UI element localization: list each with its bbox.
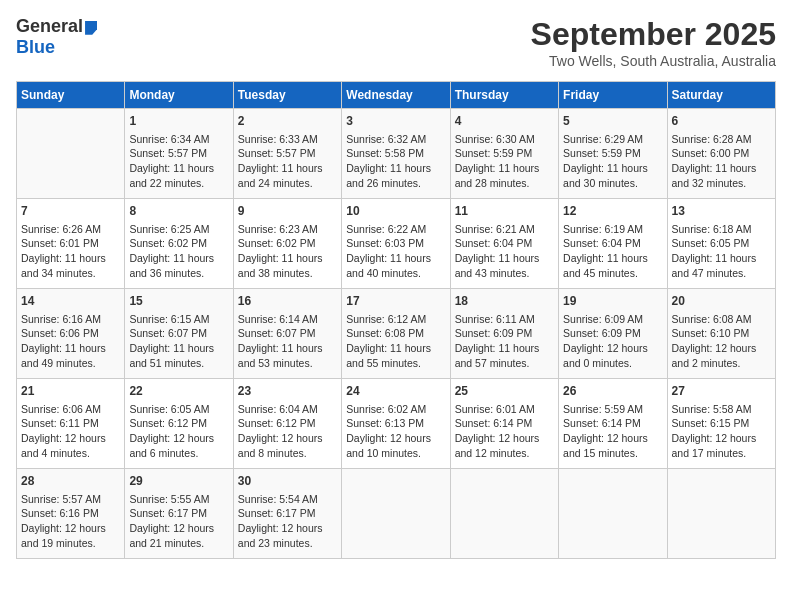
header-sunday: Sunday <box>17 82 125 109</box>
day-info: Sunrise: 6:14 AM Sunset: 6:07 PM Dayligh… <box>238 312 337 371</box>
page-header: General Blue September 2025 Two Wells, S… <box>16 16 776 69</box>
day-number: 16 <box>238 293 337 310</box>
calendar-cell <box>342 469 450 559</box>
calendar-cell: 9Sunrise: 6:23 AM Sunset: 6:02 PM Daylig… <box>233 199 341 289</box>
calendar-cell: 8Sunrise: 6:25 AM Sunset: 6:02 PM Daylig… <box>125 199 233 289</box>
day-info: Sunrise: 6:15 AM Sunset: 6:07 PM Dayligh… <box>129 312 228 371</box>
day-info: Sunrise: 6:05 AM Sunset: 6:12 PM Dayligh… <box>129 402 228 461</box>
calendar-header-row: SundayMondayTuesdayWednesdayThursdayFrid… <box>17 82 776 109</box>
day-number: 27 <box>672 383 771 400</box>
location-title: Two Wells, South Australia, Australia <box>531 53 776 69</box>
day-info: Sunrise: 6:25 AM Sunset: 6:02 PM Dayligh… <box>129 222 228 281</box>
day-info: Sunrise: 5:57 AM Sunset: 6:16 PM Dayligh… <box>21 492 120 551</box>
calendar-cell: 5Sunrise: 6:29 AM Sunset: 5:59 PM Daylig… <box>559 109 667 199</box>
calendar-cell <box>667 469 775 559</box>
day-number: 18 <box>455 293 554 310</box>
day-info: Sunrise: 5:58 AM Sunset: 6:15 PM Dayligh… <box>672 402 771 461</box>
day-number: 28 <box>21 473 120 490</box>
day-number: 14 <box>21 293 120 310</box>
header-friday: Friday <box>559 82 667 109</box>
day-info: Sunrise: 6:06 AM Sunset: 6:11 PM Dayligh… <box>21 402 120 461</box>
day-info: Sunrise: 6:08 AM Sunset: 6:10 PM Dayligh… <box>672 312 771 371</box>
day-info: Sunrise: 6:16 AM Sunset: 6:06 PM Dayligh… <box>21 312 120 371</box>
calendar-cell: 10Sunrise: 6:22 AM Sunset: 6:03 PM Dayli… <box>342 199 450 289</box>
day-number: 9 <box>238 203 337 220</box>
calendar-cell: 29Sunrise: 5:55 AM Sunset: 6:17 PM Dayli… <box>125 469 233 559</box>
day-info: Sunrise: 6:28 AM Sunset: 6:00 PM Dayligh… <box>672 132 771 191</box>
week-row-4: 21Sunrise: 6:06 AM Sunset: 6:11 PM Dayli… <box>17 379 776 469</box>
calendar-cell: 13Sunrise: 6:18 AM Sunset: 6:05 PM Dayli… <box>667 199 775 289</box>
header-tuesday: Tuesday <box>233 82 341 109</box>
day-info: Sunrise: 6:01 AM Sunset: 6:14 PM Dayligh… <box>455 402 554 461</box>
day-info: Sunrise: 6:23 AM Sunset: 6:02 PM Dayligh… <box>238 222 337 281</box>
day-number: 30 <box>238 473 337 490</box>
calendar-cell: 11Sunrise: 6:21 AM Sunset: 6:04 PM Dayli… <box>450 199 558 289</box>
calendar-cell: 22Sunrise: 6:05 AM Sunset: 6:12 PM Dayli… <box>125 379 233 469</box>
logo-general-text: General <box>16 16 83 36</box>
calendar-cell: 28Sunrise: 5:57 AM Sunset: 6:16 PM Dayli… <box>17 469 125 559</box>
logo: General Blue <box>16 16 97 58</box>
day-info: Sunrise: 6:34 AM Sunset: 5:57 PM Dayligh… <box>129 132 228 191</box>
day-number: 12 <box>563 203 662 220</box>
day-info: Sunrise: 6:29 AM Sunset: 5:59 PM Dayligh… <box>563 132 662 191</box>
calendar-cell: 30Sunrise: 5:54 AM Sunset: 6:17 PM Dayli… <box>233 469 341 559</box>
day-info: Sunrise: 6:11 AM Sunset: 6:09 PM Dayligh… <box>455 312 554 371</box>
day-number: 26 <box>563 383 662 400</box>
month-title: September 2025 <box>531 16 776 53</box>
day-info: Sunrise: 6:19 AM Sunset: 6:04 PM Dayligh… <box>563 222 662 281</box>
calendar-cell <box>559 469 667 559</box>
week-row-3: 14Sunrise: 6:16 AM Sunset: 6:06 PM Dayli… <box>17 289 776 379</box>
day-number: 29 <box>129 473 228 490</box>
header-saturday: Saturday <box>667 82 775 109</box>
day-info: Sunrise: 5:54 AM Sunset: 6:17 PM Dayligh… <box>238 492 337 551</box>
calendar-cell: 21Sunrise: 6:06 AM Sunset: 6:11 PM Dayli… <box>17 379 125 469</box>
header-wednesday: Wednesday <box>342 82 450 109</box>
day-number: 7 <box>21 203 120 220</box>
day-number: 20 <box>672 293 771 310</box>
calendar-cell: 26Sunrise: 5:59 AM Sunset: 6:14 PM Dayli… <box>559 379 667 469</box>
day-info: Sunrise: 6:26 AM Sunset: 6:01 PM Dayligh… <box>21 222 120 281</box>
week-row-2: 7Sunrise: 6:26 AM Sunset: 6:01 PM Daylig… <box>17 199 776 289</box>
calendar-cell: 20Sunrise: 6:08 AM Sunset: 6:10 PM Dayli… <box>667 289 775 379</box>
day-number: 2 <box>238 113 337 130</box>
calendar-cell <box>450 469 558 559</box>
day-info: Sunrise: 6:32 AM Sunset: 5:58 PM Dayligh… <box>346 132 445 191</box>
calendar-cell: 12Sunrise: 6:19 AM Sunset: 6:04 PM Dayli… <box>559 199 667 289</box>
calendar-cell: 1Sunrise: 6:34 AM Sunset: 5:57 PM Daylig… <box>125 109 233 199</box>
day-number: 4 <box>455 113 554 130</box>
day-info: Sunrise: 5:55 AM Sunset: 6:17 PM Dayligh… <box>129 492 228 551</box>
title-block: September 2025 Two Wells, South Australi… <box>531 16 776 69</box>
day-info: Sunrise: 6:02 AM Sunset: 6:13 PM Dayligh… <box>346 402 445 461</box>
day-info: Sunrise: 5:59 AM Sunset: 6:14 PM Dayligh… <box>563 402 662 461</box>
calendar-cell: 3Sunrise: 6:32 AM Sunset: 5:58 PM Daylig… <box>342 109 450 199</box>
day-number: 8 <box>129 203 228 220</box>
day-number: 23 <box>238 383 337 400</box>
day-number: 25 <box>455 383 554 400</box>
week-row-1: 1Sunrise: 6:34 AM Sunset: 5:57 PM Daylig… <box>17 109 776 199</box>
calendar-cell: 16Sunrise: 6:14 AM Sunset: 6:07 PM Dayli… <box>233 289 341 379</box>
calendar-cell: 19Sunrise: 6:09 AM Sunset: 6:09 PM Dayli… <box>559 289 667 379</box>
logo-blue-text: Blue <box>16 37 55 58</box>
calendar-cell: 7Sunrise: 6:26 AM Sunset: 6:01 PM Daylig… <box>17 199 125 289</box>
calendar-cell <box>17 109 125 199</box>
calendar-cell: 4Sunrise: 6:30 AM Sunset: 5:59 PM Daylig… <box>450 109 558 199</box>
day-info: Sunrise: 6:04 AM Sunset: 6:12 PM Dayligh… <box>238 402 337 461</box>
day-number: 24 <box>346 383 445 400</box>
day-number: 5 <box>563 113 662 130</box>
calendar-table: SundayMondayTuesdayWednesdayThursdayFrid… <box>16 81 776 559</box>
calendar-cell: 6Sunrise: 6:28 AM Sunset: 6:00 PM Daylig… <box>667 109 775 199</box>
day-info: Sunrise: 6:09 AM Sunset: 6:09 PM Dayligh… <box>563 312 662 371</box>
calendar-cell: 18Sunrise: 6:11 AM Sunset: 6:09 PM Dayli… <box>450 289 558 379</box>
calendar-cell: 25Sunrise: 6:01 AM Sunset: 6:14 PM Dayli… <box>450 379 558 469</box>
day-info: Sunrise: 6:33 AM Sunset: 5:57 PM Dayligh… <box>238 132 337 191</box>
calendar-cell: 17Sunrise: 6:12 AM Sunset: 6:08 PM Dayli… <box>342 289 450 379</box>
day-number: 13 <box>672 203 771 220</box>
header-thursday: Thursday <box>450 82 558 109</box>
calendar-cell: 15Sunrise: 6:15 AM Sunset: 6:07 PM Dayli… <box>125 289 233 379</box>
logo-icon <box>85 21 97 35</box>
day-number: 19 <box>563 293 662 310</box>
day-number: 21 <box>21 383 120 400</box>
day-number: 22 <box>129 383 228 400</box>
day-number: 17 <box>346 293 445 310</box>
week-row-5: 28Sunrise: 5:57 AM Sunset: 6:16 PM Dayli… <box>17 469 776 559</box>
